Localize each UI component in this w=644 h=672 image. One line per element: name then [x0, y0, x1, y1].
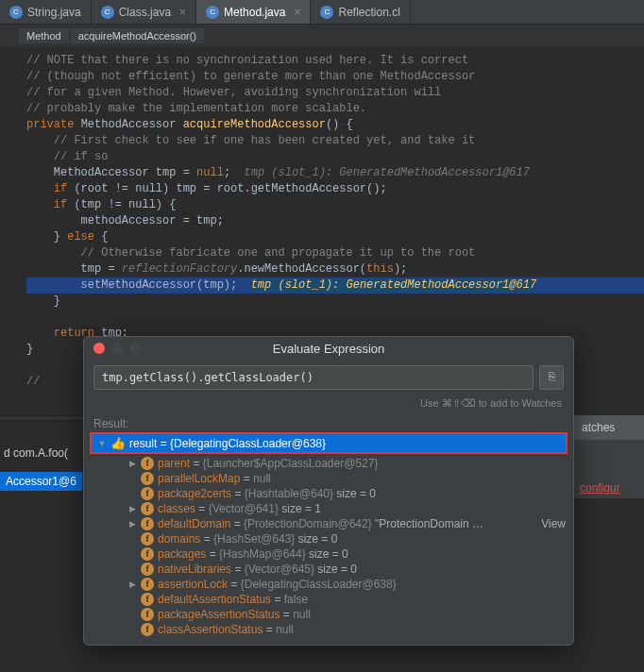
tree-field-row[interactable]: ▶fassertionLock = {DelegatingClassLoader…	[84, 577, 573, 592]
field-body: defaultDomain = {ProtectionDomain@642} "…	[158, 517, 483, 530]
breadcrumb-method[interactable]: acquireMethodAccessor()	[71, 28, 204, 43]
tree-field-row[interactable]: fpackages = {HashMap@644} size = 0	[84, 546, 573, 562]
field-icon: f	[141, 547, 154, 561]
tab-method[interactable]: C Method.java ×	[196, 0, 311, 24]
code-text: tmp =	[81, 262, 122, 276]
code-keyword: null	[196, 166, 224, 179]
result-value: {DelegatingClassLoader@638}	[170, 437, 326, 450]
tree-field-row[interactable]: ▶fparent = {Launcher$AppClassLoader@527}	[84, 456, 573, 471]
expand-expression-button[interactable]: ⎘	[539, 365, 564, 390]
tree-field-row[interactable]: fpackage2certs = {Hashtable@640} size = …	[84, 486, 573, 501]
collapse-arrow-icon[interactable]: ▼	[97, 439, 107, 448]
close-icon[interactable]: ×	[179, 6, 186, 19]
field-icon: f	[141, 563, 154, 576]
field-body: parent = {Launcher$AppClassLoader@527}	[158, 457, 378, 470]
result-root-row[interactable]: ▼ 👍 result = {DelegatingClassLoader@638}	[92, 434, 566, 452]
watches-panel-fragment: atches configur	[574, 415, 644, 498]
code-text: methodAccessor = tmp;	[81, 214, 224, 227]
code-text: (root != null) tmp = root.getMethodAcces…	[74, 182, 386, 195]
code-comment: // First check to see if one has been cr…	[54, 134, 475, 147]
expand-arrow-icon[interactable]: ▶	[127, 459, 137, 468]
code-text: );	[394, 262, 407, 276]
field-body: classes = {Vector@641} size = 1	[158, 502, 321, 515]
field-body: classAssertionStatus = null	[158, 623, 294, 636]
dialog-title: Evaluate Expression	[84, 342, 573, 356]
tree-field-row[interactable]: ▶fclasses = {Vector@641} size = 1	[84, 501, 573, 516]
breadcrumb: Method acquireMethodAccessor()	[0, 25, 644, 47]
tree-field-row[interactable]: fparallelLockMap = null	[84, 471, 573, 486]
dialog-titlebar[interactable]: Evaluate Expression	[84, 337, 573, 360]
code-method: acquireMethodAccessor	[183, 118, 326, 131]
tab-reflection[interactable]: C Reflection.cl	[311, 0, 410, 24]
editor-tabs: C String.java C Class.java × C Method.ja…	[0, 0, 644, 25]
inline-debug-hint: tmp (slot_1): GeneratedMethodAccessor1@6…	[244, 166, 529, 179]
tree-field-row[interactable]: fdefaultAssertionStatus = false	[84, 592, 573, 607]
tree-field-row[interactable]: ▶fdefaultDomain = {ProtectionDomain@642}…	[84, 516, 573, 531]
watches-tab[interactable]: atches	[574, 415, 644, 440]
shortcut-hint: Use ⌘⇧⌫ to add to Watches	[84, 395, 573, 415]
variable-value[interactable]: Accessor1@6	[0, 472, 82, 491]
code-text: (tmp != null) {	[74, 198, 176, 211]
tab-class[interactable]: C Class.java ×	[92, 0, 196, 24]
java-class-icon: C	[101, 6, 114, 19]
thumbs-up-icon: 👍	[110, 436, 126, 450]
tab-string[interactable]: C String.java	[0, 0, 92, 24]
field-icon: f	[141, 623, 154, 636]
code-type: MethodAccessor	[54, 166, 149, 179]
inline-debug-hint: tmp (slot_1): GeneratedMethodAccessor1@6…	[251, 278, 536, 292]
code-keyword: this	[366, 262, 394, 276]
tree-field-row[interactable]: fdomains = {HashSet@643} size = 0	[84, 531, 573, 546]
code-comment: // NOTE that there is no synchronization…	[26, 54, 468, 67]
configure-link[interactable]: configur	[580, 481, 620, 495]
field-icon: f	[141, 578, 154, 591]
field-body: packages = {HashMap@644} size = 0	[158, 547, 348, 561]
field-icon: f	[141, 502, 154, 515]
code-comment: //	[26, 375, 40, 388]
code-comment: // Otherwise fabricate one and propagate…	[81, 246, 476, 260]
tab-label: String.java	[27, 6, 81, 19]
tab-label: Method.java	[224, 6, 285, 19]
tab-label: Reflection.cl	[338, 6, 399, 19]
field-body: parallelLockMap = null	[158, 472, 271, 485]
code-comment: // (though not efficient) to generate mo…	[26, 70, 475, 83]
field-icon: f	[141, 457, 154, 470]
code-field: reflectionFactory	[122, 262, 237, 276]
result-highlight-annotation: ▼ 👍 result = {DelegatingClassLoader@638}	[90, 432, 568, 454]
current-execution-line: setMethodAccessor(tmp); tmp (slot_1): Ge…	[26, 277, 644, 294]
breadcrumb-class[interactable]: Method	[19, 28, 69, 43]
code-comment: // probably make the implementation more…	[26, 102, 366, 115]
field-body: nativeLibraries = {Vector@645} size = 0	[158, 563, 357, 576]
field-body: packageAssertionStatus = null	[158, 608, 311, 621]
tab-label: Class.java	[119, 6, 171, 19]
tree-field-row[interactable]: fclassAssertionStatus = null	[84, 622, 573, 637]
java-class-icon: C	[9, 6, 23, 19]
field-icon: f	[141, 532, 154, 546]
expand-arrow-icon[interactable]: ▶	[127, 519, 137, 529]
field-body: domains = {HashSet@643} size = 0	[158, 532, 337, 546]
evaluate-expression-dialog: Evaluate Expression ⎘ Use ⌘⇧⌫ to add to …	[83, 336, 574, 646]
code-keyword: if	[54, 198, 67, 211]
code-keyword: if	[54, 182, 67, 195]
expand-arrow-icon[interactable]: ▶	[127, 504, 137, 513]
code-text: setMethodAccessor(tmp);	[81, 278, 238, 292]
field-icon: f	[141, 593, 154, 606]
field-icon: f	[141, 472, 154, 485]
field-body: package2certs = {Hashtable@640} size = 0	[158, 487, 376, 500]
tree-field-row[interactable]: fpackageAssertionStatus = null	[84, 607, 573, 622]
view-link[interactable]: View	[541, 517, 566, 530]
java-class-icon: C	[320, 6, 333, 19]
code-text: .newMethodAccessor(	[237, 262, 366, 276]
frames-panel-fragment: d com.A.foo( Accessor1@6	[0, 444, 82, 491]
tree-field-row[interactable]: fnativeLibraries = {Vector@645} size = 0	[84, 562, 573, 577]
result-name: result	[129, 437, 157, 450]
stack-frame[interactable]: d com.A.foo(	[0, 444, 82, 462]
result-label: Result:	[84, 415, 573, 432]
field-icon: f	[141, 608, 154, 621]
field-icon: f	[141, 517, 154, 530]
expand-arrow-icon[interactable]: ▶	[127, 580, 137, 589]
expression-input[interactable]	[93, 365, 534, 390]
code-comment: // if so	[54, 150, 109, 163]
result-tree: ▶fparent = {Launcher$AppClassLoader@527}…	[84, 454, 573, 645]
code-type: MethodAccessor	[81, 118, 177, 131]
close-icon[interactable]: ×	[294, 6, 300, 19]
